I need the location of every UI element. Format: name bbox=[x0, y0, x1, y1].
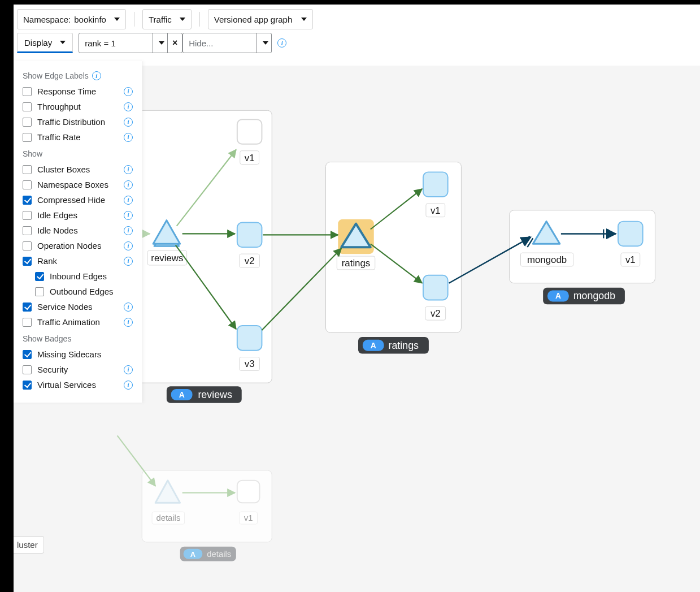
svg-text:A: A bbox=[555, 291, 561, 300]
svg-rect-2 bbox=[237, 119, 262, 144]
info-icon[interactable]: i bbox=[124, 102, 133, 111]
toolbar-secondary: Display rank = 1 × Hide... i bbox=[14, 32, 700, 57]
opt-outbound-edges[interactable]: Outbound Edges bbox=[14, 284, 142, 299]
opt-service-nodes[interactable]: Service Nodesi bbox=[14, 299, 142, 314]
workload-node-reviews-v3[interactable]: v3 bbox=[237, 326, 262, 370]
find-combo-caret[interactable] bbox=[153, 33, 167, 53]
app-badge-details: A details bbox=[180, 547, 236, 561]
svg-text:v1: v1 bbox=[625, 254, 636, 265]
svg-rect-42 bbox=[237, 481, 260, 503]
find-clear-button[interactable]: × bbox=[167, 33, 182, 53]
workload-node-reviews-v2[interactable]: v2 bbox=[237, 223, 262, 267]
svg-rect-22 bbox=[423, 275, 448, 300]
info-icon[interactable]: i bbox=[124, 118, 133, 127]
info-icon[interactable]: i bbox=[124, 365, 133, 374]
section-show: Show bbox=[14, 145, 142, 162]
info-icon[interactable]: i bbox=[124, 241, 133, 250]
graphtype-label: Versioned app graph bbox=[214, 15, 292, 24]
find-input-combo[interactable]: rank = 1 × bbox=[79, 33, 182, 53]
opt-inbound-edges[interactable]: Inbound Edges bbox=[14, 269, 142, 284]
caret-down-icon bbox=[114, 18, 120, 21]
svg-text:v1: v1 bbox=[244, 513, 253, 522]
info-icon[interactable]: i bbox=[124, 226, 133, 235]
svg-text:v2: v2 bbox=[245, 256, 255, 266]
workload-node-reviews-v1[interactable]: v1 bbox=[237, 119, 262, 164]
app-badge-mongodb: A mongodb bbox=[543, 288, 625, 305]
svg-rect-5 bbox=[237, 223, 262, 248]
display-dropdown-button[interactable]: Display bbox=[17, 33, 73, 53]
opt-security[interactable]: Securityi bbox=[14, 362, 142, 377]
info-icon[interactable]: i bbox=[124, 87, 133, 96]
app-frame: Namespace: bookinfo Traffic Versioned ap… bbox=[14, 5, 700, 592]
svg-rect-8 bbox=[237, 326, 262, 351]
opt-throughput[interactable]: Throughputi bbox=[14, 99, 142, 114]
opt-traffic-distribution[interactable]: Traffic Distributioni bbox=[14, 114, 142, 129]
svg-rect-19 bbox=[423, 172, 448, 197]
svg-text:details: details bbox=[207, 550, 231, 559]
svg-text:A: A bbox=[179, 390, 185, 399]
opt-idle-nodes[interactable]: Idle Nodesi bbox=[14, 223, 142, 238]
workload-node-ratings-v1[interactable]: v1 bbox=[423, 172, 448, 217]
workload-node-mongodb-v1[interactable]: v1 bbox=[618, 222, 643, 266]
toolbar-separator bbox=[134, 12, 134, 27]
find-input-value[interactable]: rank = 1 bbox=[79, 33, 153, 53]
opt-cluster-boxes[interactable]: Cluster Boxesi bbox=[14, 162, 142, 177]
opt-virtual-services[interactable]: Virtual Servicesi bbox=[14, 377, 142, 392]
svg-text:mongodb: mongodb bbox=[527, 254, 567, 265]
opt-traffic-rate[interactable]: Traffic Ratei bbox=[14, 129, 142, 145]
svg-text:v1: v1 bbox=[245, 153, 255, 163]
toolbar-separator bbox=[199, 12, 200, 27]
opt-compressed-hide[interactable]: Compressed Hidei bbox=[14, 192, 142, 208]
opt-traffic-animation[interactable]: Traffic Animationi bbox=[14, 314, 142, 330]
namespace-value: bookinfo bbox=[74, 15, 106, 24]
display-options-panel: Show Edge Labels i Response Timei Throug… bbox=[14, 61, 142, 403]
svg-text:mongodb: mongodb bbox=[573, 290, 615, 301]
info-icon[interactable]: i bbox=[124, 381, 133, 390]
hide-combo-caret[interactable] bbox=[256, 33, 271, 53]
caret-down-icon bbox=[159, 41, 164, 45]
info-icon[interactable]: i bbox=[124, 211, 133, 220]
info-icon[interactable]: i bbox=[124, 180, 133, 189]
info-icon[interactable]: i bbox=[124, 196, 133, 205]
info-icon[interactable]: i bbox=[124, 165, 133, 174]
service-node-ratings[interactable]: ratings bbox=[337, 219, 375, 270]
find-hide-info-icon[interactable]: i bbox=[277, 38, 286, 47]
workload-node-ratings-v2[interactable]: v2 bbox=[423, 275, 448, 320]
app-badge-reviews: A reviews bbox=[167, 386, 242, 403]
info-icon[interactable]: i bbox=[124, 257, 133, 266]
svg-text:ratings: ratings bbox=[389, 340, 419, 351]
namespace-selector[interactable]: Namespace: bookinfo bbox=[17, 9, 126, 29]
hide-input-placeholder[interactable]: Hide... bbox=[183, 33, 256, 53]
workload-node-details-v1[interactable]: v1 bbox=[237, 481, 260, 524]
svg-text:A: A bbox=[190, 550, 195, 559]
hide-input-combo[interactable]: Hide... bbox=[182, 33, 272, 53]
opt-operation-nodes[interactable]: Operation Nodesi bbox=[14, 238, 142, 253]
opt-idle-edges[interactable]: Idle Edgesi bbox=[14, 208, 142, 223]
graphtype-selector[interactable]: Versioned app graph bbox=[208, 9, 313, 29]
svg-rect-32 bbox=[618, 222, 643, 247]
cluster-chip-truncated[interactable]: luster bbox=[14, 536, 44, 554]
traffic-label: Traffic bbox=[149, 15, 172, 24]
service-label: reviews bbox=[151, 253, 183, 263]
svg-text:v3: v3 bbox=[245, 358, 255, 369]
toolbar-primary: Namespace: bookinfo Traffic Versioned ap… bbox=[14, 5, 700, 32]
svg-text:v1: v1 bbox=[431, 205, 441, 216]
caret-down-icon bbox=[180, 18, 185, 21]
info-icon[interactable]: i bbox=[92, 71, 101, 80]
app-badge-ratings: A ratings bbox=[358, 337, 429, 354]
info-icon[interactable]: i bbox=[124, 133, 133, 142]
section-badges: Show Badges bbox=[14, 330, 142, 347]
opt-missing-sidecars[interactable]: Missing Sidecars bbox=[14, 347, 142, 362]
caret-down-icon bbox=[60, 41, 66, 44]
svg-text:v2: v2 bbox=[431, 308, 441, 319]
svg-text:A: A bbox=[371, 341, 376, 350]
traffic-selector[interactable]: Traffic bbox=[142, 9, 192, 29]
opt-response-time[interactable]: Response Timei bbox=[14, 84, 142, 99]
info-icon[interactable]: i bbox=[124, 303, 133, 312]
caret-down-icon bbox=[301, 18, 307, 21]
namespace-label: Namespace: bbox=[23, 15, 71, 24]
opt-rank[interactable]: Ranki bbox=[14, 253, 142, 269]
svg-text:reviews: reviews bbox=[198, 389, 232, 400]
info-icon[interactable]: i bbox=[124, 318, 133, 327]
opt-namespace-boxes[interactable]: Namespace Boxesi bbox=[14, 177, 142, 192]
